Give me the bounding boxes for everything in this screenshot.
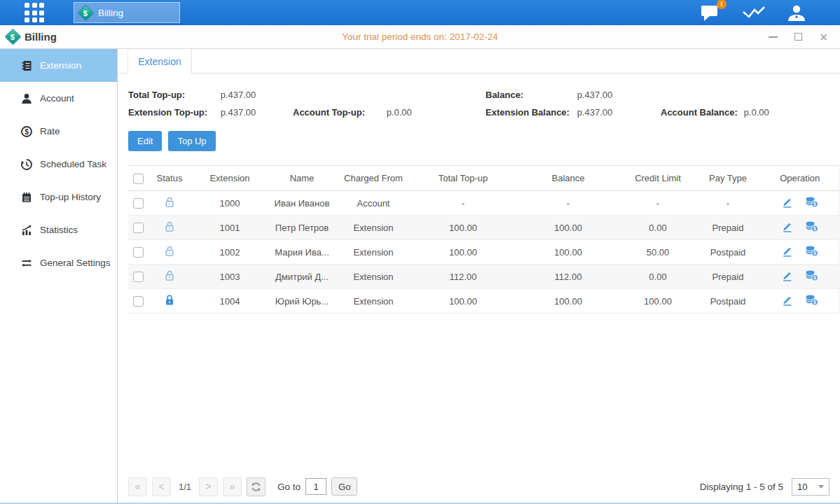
credit-limit-cell: - <box>621 191 694 216</box>
goto-label: Go to <box>277 482 301 492</box>
column-status: Status <box>148 166 191 191</box>
column-operation: Operation <box>762 166 839 191</box>
sidebar-item-extension[interactable]: Extension <box>0 49 117 82</box>
sidebar-item-label: Statistics <box>40 225 78 235</box>
billing-window-icon: $ <box>4 28 21 45</box>
extension-cell: 1001 <box>191 216 268 240</box>
sidebar-item-statistics[interactable]: Statistics <box>0 214 117 246</box>
main-content: Extension Total Top-up: p.437.00 Balance… <box>118 49 840 503</box>
goto-page-input[interactable] <box>305 478 326 495</box>
row-checkbox[interactable] <box>133 296 144 307</box>
maximize-button[interactable] <box>793 31 804 42</box>
taskbar: $ Billing ! <box>0 0 840 25</box>
chevron-down-icon <box>818 485 824 489</box>
trial-notice: Your trial period ends on: 2017-02-24 <box>0 31 840 42</box>
svg-text:$: $ <box>813 300 816 305</box>
edit-row-icon[interactable] <box>781 245 793 257</box>
svg-text:$: $ <box>25 127 29 135</box>
summary-extension-topup: Extension Top-up: p.437.00 <box>128 107 293 118</box>
taskbar-tab-billing[interactable]: $ Billing <box>74 2 180 23</box>
reports-chart-icon[interactable] <box>742 5 766 20</box>
close-button[interactable]: × <box>818 31 829 42</box>
prev-page-button[interactable]: < <box>152 477 171 496</box>
user-account-icon[interactable] <box>787 4 806 22</box>
column-name: Name <box>268 166 336 191</box>
page-indicator: 1/1 <box>179 482 191 492</box>
sidebar-item-label: Extension <box>40 60 81 71</box>
sidebar: Extension Account $ Rate <box>0 49 118 503</box>
credit-limit-cell: 100.00 <box>621 289 694 314</box>
row-checkbox[interactable] <box>133 272 144 282</box>
table-row: 1000Иван ИвановAccount----$ <box>128 191 839 216</box>
extension-cell: 1003 <box>191 265 268 289</box>
scheduled-task-icon <box>20 158 33 171</box>
lock-status-icon <box>164 200 175 210</box>
balance-cell: 112.00 <box>515 265 621 289</box>
page-size-select[interactable]: 10 <box>792 478 829 496</box>
last-page-button[interactable]: » <box>223 477 242 496</box>
window-title: $ Billing <box>7 31 57 43</box>
total-topup-cell: 100.00 <box>411 240 515 265</box>
table-row: 1003Дмитрий Д...Extension112.00112.000.0… <box>128 265 839 289</box>
table-header-row: Status Extension Name Charged From Total… <box>128 166 839 191</box>
window-controls: × <box>768 31 829 42</box>
charged-from-cell: Extension <box>336 265 411 289</box>
edit-row-icon[interactable] <box>781 196 793 208</box>
first-page-button[interactable]: « <box>128 477 147 496</box>
edit-row-icon[interactable] <box>781 294 793 306</box>
top-up-row-icon[interactable]: $ <box>805 270 818 281</box>
go-button[interactable]: Go <box>331 477 357 496</box>
sidebar-item-scheduled-task[interactable]: Scheduled Task <box>0 148 117 181</box>
sidebar-item-account[interactable]: Account <box>0 82 117 115</box>
displaying-label: Displaying 1 - 5 of 5 <box>700 482 783 492</box>
sidebar-item-label: Top-up History <box>40 192 101 202</box>
rate-icon: $ <box>20 125 33 138</box>
account-icon <box>20 92 33 105</box>
sidebar-item-general-settings[interactable]: General Settings <box>0 246 117 279</box>
notifications-chat-icon[interactable]: ! <box>701 4 721 22</box>
sidebar-item-topup-history[interactable]: Top-up History <box>0 181 117 214</box>
taskbar-icons: ! <box>701 4 806 22</box>
row-checkbox[interactable] <box>133 198 144 209</box>
top-up-row-icon[interactable]: $ <box>805 245 818 257</box>
balance-cell: 100.00 <box>515 240 621 265</box>
top-up-row-icon[interactable]: $ <box>805 220 818 232</box>
tab-extension[interactable]: Extension <box>128 49 192 74</box>
credit-limit-cell: 50.00 <box>621 240 694 265</box>
pay-type-cell: Prepaid <box>694 216 762 240</box>
name-cell: Петр Петров <box>268 216 336 240</box>
top-up-button[interactable]: Top Up <box>168 131 215 151</box>
table-row: 1002Мария Ива...Extension100.00100.0050.… <box>128 240 839 265</box>
tab-bar: Extension <box>118 49 840 74</box>
top-up-row-icon[interactable]: $ <box>805 196 818 208</box>
sidebar-item-rate[interactable]: $ Rate <box>0 115 117 148</box>
svg-text:$: $ <box>813 226 816 232</box>
apps-grid-icon[interactable] <box>25 3 44 22</box>
summary-total-topup: Total Top-up: p.437.00 <box>128 90 293 100</box>
select-all-checkbox[interactable] <box>133 174 144 184</box>
refresh-button[interactable] <box>247 477 266 496</box>
row-checkbox[interactable] <box>133 247 144 258</box>
minimize-button[interactable] <box>768 31 778 42</box>
lock-status-icon <box>164 273 175 284</box>
balance-cell: - <box>515 191 621 216</box>
edit-row-icon[interactable] <box>781 270 793 281</box>
balance-cell: 100.00 <box>515 216 621 240</box>
row-checkbox[interactable] <box>133 223 144 233</box>
credit-limit-cell: 0.00 <box>621 216 694 240</box>
page-size-value: 10 <box>797 482 807 492</box>
extension-cell: 1002 <box>191 240 268 265</box>
refresh-icon <box>251 482 261 492</box>
next-page-button[interactable]: > <box>199 477 218 496</box>
general-settings-icon <box>20 257 33 270</box>
pay-type-cell: Postpaid <box>694 240 762 265</box>
pagination-bar: « < 1/1 > » Go to Go <box>118 470 840 503</box>
pay-type-cell: - <box>694 191 762 216</box>
lock-status-icon <box>164 298 175 308</box>
top-up-row-icon[interactable]: $ <box>805 294 818 306</box>
sidebar-item-label: Account <box>40 93 74 104</box>
edit-row-icon[interactable] <box>781 220 793 232</box>
charged-from-cell: Extension <box>336 289 411 314</box>
edit-button[interactable]: Edit <box>128 131 162 151</box>
table-row: 1001Петр ПетровExtension100.00100.000.00… <box>128 216 839 240</box>
